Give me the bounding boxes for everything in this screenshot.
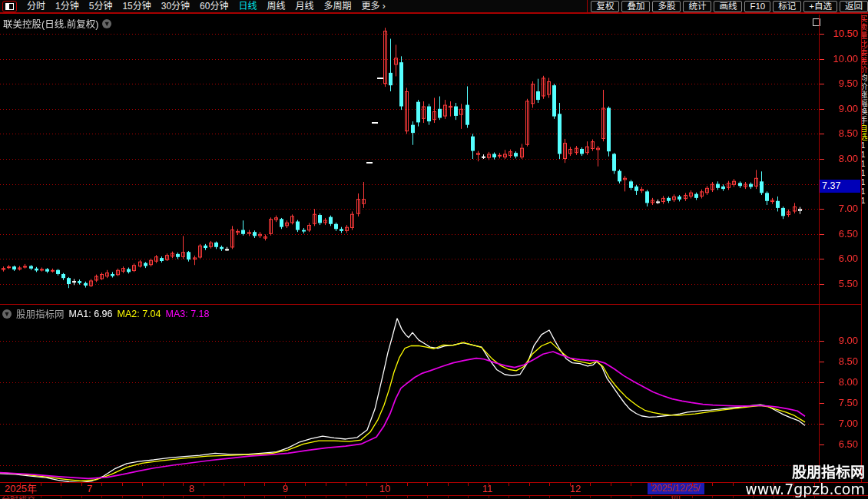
sub-axis-label-6.50: 6.50 (820, 438, 858, 451)
axis-tick-mark (346, 483, 346, 486)
toolbar-button-标记[interactable]: 标记 (773, 1, 801, 12)
axis-tick-mark-lower (651, 496, 652, 498)
trading-app-window: 分时1分钟5分钟15分钟30分钟60分钟日线周线月线多周期更多 › 复权叠加多股… (0, 0, 868, 499)
axis-tick-mark-lower (346, 496, 346, 498)
main-axis-label-5.50: 5.50 (820, 278, 858, 290)
clipped-sidebar-text-mid: 均价涨幅换手 (862, 74, 866, 124)
toolbar-button-返回[interactable]: 返回 (840, 1, 868, 12)
axis-tick-mark (81, 483, 82, 486)
axis-tick-mark-lower (183, 496, 184, 498)
period-tab-周线[interactable]: 周线 (267, 0, 285, 12)
sub-axis-label-9.00: 9.00 (820, 335, 858, 347)
ma1-value-label: MA1: 6.96 (69, 309, 113, 319)
main-axis-tick (820, 209, 824, 210)
axis-tick-mark-lower (204, 496, 204, 498)
period-tab-1分钟[interactable]: 1分钟 (55, 0, 79, 12)
main-axis-tick (820, 134, 824, 134)
watermark-site-name: 股朋指标网 (745, 464, 865, 481)
month-label-12: 12 (570, 484, 581, 494)
axis-tick-mark (244, 483, 245, 486)
axis-tick-mark (224, 483, 224, 486)
main-axis-label-9.00: 9.00 (820, 103, 858, 115)
axis-tick-mark-lower (142, 496, 143, 498)
axis-tick-mark-lower (61, 496, 61, 498)
main-axis-tick (820, 109, 824, 110)
axis-tick-mark (651, 483, 652, 486)
sub-axis-tick (820, 362, 824, 362)
toolbar-button-+自选[interactable]: +自选 (803, 1, 837, 12)
axis-tick-mark-lower (529, 496, 530, 498)
axis-tick-mark-lower (509, 496, 509, 498)
axis-tick-mark (509, 483, 509, 486)
last-price-tag: 7.37 (820, 180, 860, 193)
axis-tick-mark (386, 483, 387, 486)
month-label-10: 10 (379, 484, 390, 494)
period-toolbar: 分时1分钟5分钟15分钟30分钟60分钟日线周线月线多周期更多 › 复权叠加多股… (0, 0, 868, 14)
axis-tick-mark-lower (41, 496, 41, 498)
axis-tick-mark (183, 483, 184, 486)
period-tab-更多 ›[interactable]: 更多 › (362, 0, 386, 12)
axis-tick-mark-lower (386, 496, 387, 498)
layout-split-icon[interactable] (2, 1, 17, 12)
axis-tick-mark (285, 483, 286, 486)
clipped-bottom-row: 分时成交 (0, 496, 868, 499)
current-date-box: 2025/12/25/四 (648, 483, 704, 494)
period-tab-15分钟[interactable]: 15分钟 (122, 0, 151, 12)
toolbar-actions: 复权叠加多股统计画线F10标记+自选返回 (591, 1, 868, 12)
period-tab-60分钟[interactable]: 60分钟 (200, 0, 228, 12)
toolbar-button-复权[interactable]: 复权 (591, 1, 619, 12)
toolbar-button-多股[interactable]: 多股 (652, 1, 681, 12)
sub-axis-tick (820, 444, 824, 445)
axis-tick-mark-lower (793, 496, 794, 498)
axis-tick-mark-lower (20, 496, 21, 498)
axis-tick-mark-lower (326, 496, 326, 498)
main-axis-label-8.00: 8.00 (820, 153, 858, 165)
axis-tick-mark-lower (101, 496, 102, 498)
toolbar-button-F10[interactable]: F10 (744, 1, 770, 12)
main-axis-label-7.00: 7.00 (820, 203, 858, 215)
axis-tick-mark (326, 483, 326, 486)
axis-tick-mark-lower (611, 496, 611, 498)
axis-tick-mark-lower (305, 496, 306, 498)
main-axis-tick (820, 34, 824, 35)
axis-tick-mark-lower (774, 496, 774, 498)
axis-tick-mark (793, 483, 794, 486)
main-axis-tick (820, 259, 824, 259)
period-tab-月线[interactable]: 月线 (296, 0, 314, 12)
sub-axis-tick (820, 403, 824, 404)
main-axis-label-10.00: 10.00 (820, 53, 858, 65)
symbol-title-row: 联美控股(日线.前复权) ▼ (3, 16, 111, 31)
clipped-bottom-text: 分时成交 (2, 496, 35, 499)
period-tab-日线[interactable]: 日线 (238, 0, 257, 12)
axis-tick-mark (305, 483, 306, 486)
sub-axis-tick (820, 424, 824, 425)
sub-axis-tick (820, 341, 824, 342)
axis-tick-mark-lower (448, 496, 449, 498)
axis-tick-mark-lower (489, 496, 489, 498)
axis-tick-mark (489, 483, 489, 486)
main-axis-tick (820, 84, 824, 84)
main-axis-label-10.50: 10.50 (820, 28, 858, 40)
period-tab-分时[interactable]: 分时 (27, 0, 45, 12)
toolbar-button-叠加[interactable]: 叠加 (621, 1, 650, 12)
axis-tick-mark (204, 483, 204, 486)
indicator-chart[interactable] (0, 305, 819, 482)
clipped-sidebar-text-top: 买卖量比委差价 (862, 15, 866, 74)
period-tab-5分钟[interactable]: 5分钟 (89, 0, 113, 12)
sub-axis-label-7.50: 7.50 (820, 397, 858, 409)
axis-tick-mark (570, 483, 571, 486)
period-tab-多周期[interactable]: 多周期 (324, 0, 352, 12)
axis-tick-mark (611, 483, 611, 486)
toolbar-button-统计[interactable]: 统计 (683, 1, 711, 12)
axis-tick-mark-lower (264, 496, 265, 498)
toolbar-button-画线[interactable]: 画线 (714, 1, 742, 12)
ma3-value-label: MA3: 7.18 (165, 309, 209, 319)
main-axis-tick (820, 234, 824, 235)
chevron-down-icon[interactable]: ▼ (102, 19, 111, 28)
ma2-value-label: MA2: 7.04 (118, 309, 161, 319)
axis-tick-mark-lower (671, 496, 672, 498)
main-candlestick-chart[interactable] (0, 15, 819, 304)
indicator-collapse-icon[interactable]: ▼ (2, 309, 12, 319)
period-tab-30分钟[interactable]: 30分钟 (161, 0, 190, 12)
clipped-sidebar-digits: 1111111 (862, 141, 866, 206)
